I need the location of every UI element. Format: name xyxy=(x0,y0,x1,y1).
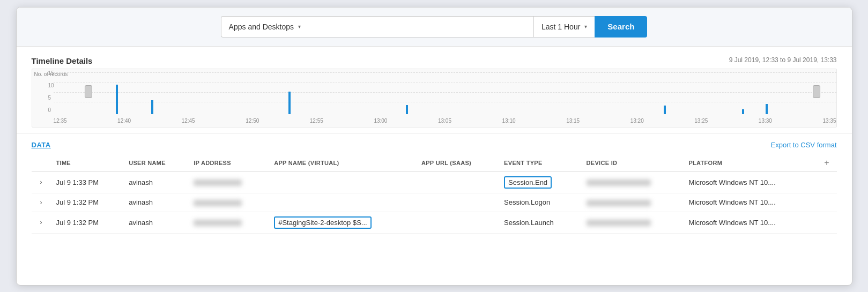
cell-app-virtual: #StagingSite-2-desktop $S... xyxy=(269,212,416,233)
data-header: DATA Export to CSV format xyxy=(32,141,837,149)
blurred-device xyxy=(587,200,651,206)
blurred-ip xyxy=(194,179,242,186)
x-label: 12:45 xyxy=(182,118,195,124)
chart-bar xyxy=(116,85,118,114)
chart-bar xyxy=(664,106,666,114)
blurred-device xyxy=(587,220,651,226)
data-section: DATA Export to CSV format TIME USER NAME… xyxy=(17,133,852,241)
search-bar: Apps and Desktops ▾ Last 1 Hour ▾ Search xyxy=(17,8,852,47)
expand-cell[interactable]: › xyxy=(32,212,51,233)
main-window: Apps and Desktops ▾ Last 1 Hour ▾ Search… xyxy=(16,7,852,286)
search-input[interactable] xyxy=(308,16,533,38)
expand-row-button[interactable]: › xyxy=(37,177,46,187)
expand-row-button[interactable]: › xyxy=(37,218,46,227)
cell-event-type: Session.Launch xyxy=(499,212,581,233)
chart-bar xyxy=(406,105,408,114)
cell-time: Jul 9 1:32 PM xyxy=(51,193,124,212)
cell-username: avinash xyxy=(123,212,188,233)
cell-app-virtual xyxy=(269,193,416,212)
timeline-section: Timeline Details 9 Jul 2019, 12:33 to 9 … xyxy=(17,47,852,133)
cell-platform: Microsoft Windows NT 10.... xyxy=(683,212,817,233)
cell-ip xyxy=(188,212,269,233)
blurred-ip xyxy=(194,200,242,206)
table-row: › Jul 9 1:32 PM avinash Session.Logon Mi… xyxy=(32,193,837,212)
x-label: 13:20 xyxy=(630,118,644,124)
chart-bar xyxy=(766,104,768,114)
search-type-dropdown[interactable]: Apps and Desktops ▾ xyxy=(221,16,308,38)
chart-bar xyxy=(288,92,291,114)
th-platform: PLATFORM xyxy=(683,154,817,172)
cell-time: Jul 9 1:33 PM xyxy=(51,171,124,193)
table-row: › Jul 9 1:32 PM avinash #StagingSite-2-d… xyxy=(32,212,837,233)
cell-username: avinash xyxy=(123,171,188,193)
event-type-badge: Session.End xyxy=(504,176,552,189)
search-button[interactable]: Search xyxy=(595,16,647,38)
chart-bars xyxy=(54,69,836,114)
cell-app-saas xyxy=(416,193,499,212)
x-label: 12:40 xyxy=(117,118,131,124)
cell-app-virtual xyxy=(269,171,416,193)
expand-cell[interactable]: › xyxy=(32,171,51,193)
expand-cell[interactable]: › xyxy=(32,193,51,212)
cell-time: Jul 9 1:32 PM xyxy=(51,212,124,233)
cell-add xyxy=(817,212,836,233)
x-label: 13:30 xyxy=(759,118,772,124)
cell-device-id xyxy=(581,193,684,212)
add-column-button[interactable]: + xyxy=(822,158,831,168)
th-username: USER NAME xyxy=(123,154,188,172)
blurred-device xyxy=(587,179,651,186)
th-app-name-virtual: APP NAME (VIRTUAL) xyxy=(269,154,416,172)
cell-username: avinash xyxy=(123,193,188,212)
th-event-type: EVENT TYPE xyxy=(499,154,581,172)
cell-event-type: Session.End xyxy=(499,171,581,193)
cell-event-type: Session.Logon xyxy=(499,193,581,212)
expand-row-button[interactable]: › xyxy=(37,198,46,207)
chart-bar xyxy=(151,100,153,114)
th-device-id: DEVICE ID xyxy=(581,154,684,172)
slider-right-handle[interactable] xyxy=(813,85,820,98)
search-type-label: Apps and Desktops xyxy=(229,23,294,31)
x-label: 13:35 xyxy=(822,118,836,124)
x-label: 12:55 xyxy=(310,118,323,124)
table-header-row: TIME USER NAME IP ADDRESS APP NAME (VIRT… xyxy=(32,154,837,172)
cell-device-id xyxy=(581,171,684,193)
th-time: TIME xyxy=(51,154,124,172)
slider-left-handle[interactable] xyxy=(85,85,92,98)
cell-platform: Microsoft Windows NT 10.... xyxy=(683,171,817,193)
cell-platform: Microsoft Windows NT 10.... xyxy=(683,193,817,212)
data-table: TIME USER NAME IP ADDRESS APP NAME (VIRT… xyxy=(32,154,837,234)
cell-app-saas xyxy=(416,171,499,193)
time-range-label: Last 1 Hour xyxy=(541,23,580,31)
x-label: 13:25 xyxy=(694,118,708,124)
time-range-dropdown[interactable]: Last 1 Hour ▾ xyxy=(533,16,595,38)
chart-x-labels: 12:35 12:40 12:45 12:50 12:55 13:00 13:0… xyxy=(54,115,836,127)
th-ip-address: IP ADDRESS xyxy=(188,154,269,172)
x-label: 13:05 xyxy=(438,118,451,124)
table-row: › Jul 9 1:33 PM avinash Session.End Micr… xyxy=(32,171,837,193)
cell-app-saas xyxy=(416,212,499,233)
app-name-badge: #StagingSite-2-desktop $S... xyxy=(274,216,372,229)
blurred-ip xyxy=(194,220,242,226)
x-label: 13:10 xyxy=(502,118,516,124)
data-title: DATA xyxy=(32,141,51,149)
cell-ip xyxy=(188,171,269,193)
x-label: 13:15 xyxy=(566,118,580,124)
th-app-url-saas: APP URL (SAAS) xyxy=(416,154,499,172)
timeline-header: Timeline Details 9 Jul 2019, 12:33 to 9 … xyxy=(32,56,837,65)
x-label: 13:00 xyxy=(374,118,387,124)
th-expand xyxy=(32,154,51,172)
timeline-date-range: 9 Jul 2019, 12:33 to 9 Jul 2019, 13:33 xyxy=(729,56,837,64)
cell-device-id xyxy=(581,212,684,233)
timeline-title: Timeline Details xyxy=(32,56,93,65)
chart-area: No. of records 15 10 5 0 xyxy=(32,69,837,128)
export-csv-link[interactable]: Export to CSV format xyxy=(771,141,837,149)
chevron-down-icon: ▾ xyxy=(584,24,587,29)
chart-bar xyxy=(742,109,744,114)
x-label: 12:35 xyxy=(54,118,67,124)
x-label: 12:50 xyxy=(246,118,259,124)
cell-ip xyxy=(188,193,269,212)
th-add-column[interactable]: + xyxy=(817,154,836,172)
chevron-down-icon: ▾ xyxy=(298,24,301,29)
cell-add xyxy=(817,193,836,212)
cell-add xyxy=(817,171,836,193)
